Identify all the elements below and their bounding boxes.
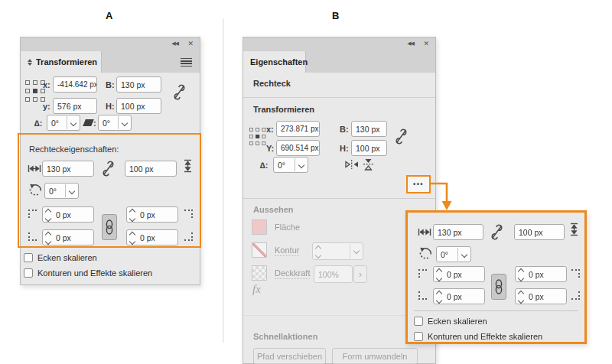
corner-br-stepper[interactable]: 0 px (515, 288, 567, 304)
flip-horizontal-icon[interactable] (343, 159, 360, 170)
stroke-weight-stepper[interactable] (312, 242, 363, 260)
unlink-size-icon[interactable] (490, 224, 503, 240)
reference-point-icon[interactable] (249, 128, 265, 145)
panel-b-titlebar: ◀◀ ✕ (243, 37, 435, 51)
link-corners-button[interactable] (491, 274, 506, 300)
scale-strokes-effects-label: Konturen und Effekte skalieren (428, 332, 542, 341)
rect-properties-title: Rechteckeigenschaften: (29, 145, 119, 154)
stepper-arrows-icon[interactable] (46, 232, 50, 244)
stepper-arrows-icon[interactable] (437, 269, 441, 281)
unlink-proportions-icon[interactable] (395, 128, 408, 145)
transform-panel: ◀◀ ✕ Transformieren x: -414.642 px B: 13… (20, 37, 200, 285)
corner-tr-stepper[interactable]: 0 px (126, 206, 178, 223)
rotate-ccw-icon (418, 245, 434, 262)
corner-bl-stepper[interactable]: 0 px (42, 229, 94, 245)
rect-properties-flyout: 130 px 100 px 0° 0 px (405, 210, 587, 344)
width-label: B: (106, 80, 115, 89)
stepper-arrows-icon[interactable] (519, 269, 523, 281)
stroke-color-swatch[interactable] (252, 242, 267, 258)
unlink-proportions-icon[interactable] (173, 84, 186, 100)
quick-actions-title: Schnellaktionen (253, 332, 317, 341)
rotate-select[interactable]: 0° (47, 115, 80, 131)
width-input[interactable]: 130 px (351, 121, 387, 137)
height-input[interactable]: 100 px (351, 140, 387, 156)
corner-top-right-icon (571, 269, 580, 278)
stepper-arrows-icon[interactable] (130, 210, 135, 221)
x-label: x: (266, 125, 274, 134)
corner-tr-stepper[interactable]: 0 px (515, 266, 567, 282)
corner-tl-stepper[interactable]: 0 px (42, 206, 94, 223)
width-input[interactable]: 130 px (116, 76, 161, 93)
x-input[interactable]: -414.642 px (53, 76, 97, 93)
scale-corners-checkbox[interactable] (414, 317, 423, 326)
scale-strokes-effects-checkbox[interactable] (414, 332, 423, 341)
fx-effects-button[interactable]: fx (252, 283, 261, 296)
flyout-divider (414, 310, 578, 311)
opacity-label[interactable]: Deckkraft (275, 268, 310, 279)
scale-strokes-effects-label: Konturen und Effekte skalieren (37, 268, 152, 278)
stepper-arrows-icon[interactable] (130, 232, 135, 244)
panel-menu-icon[interactable] (181, 58, 192, 67)
close-panel-icon[interactable]: ✕ (187, 40, 194, 47)
stepper-arrows-icon[interactable] (437, 291, 441, 303)
stroke-label[interactable]: Kontur (275, 245, 299, 256)
collapse-panel-icon[interactable]: ◀◀ (407, 41, 414, 47)
corner-top-left-icon (418, 269, 427, 278)
rotate-angle-icon: ∆: (34, 119, 42, 128)
tab-transformieren[interactable]: Transformieren (21, 51, 102, 73)
callout-arrow (425, 176, 457, 213)
rect-height-input[interactable]: 100 px (514, 224, 565, 240)
opacity-expand-button[interactable]: › (353, 265, 367, 283)
rect-width-input[interactable]: 130 px (42, 161, 94, 177)
fill-label[interactable]: Fläche (275, 223, 300, 232)
corner-br-value: 0 px (529, 292, 544, 301)
corner-top-right-icon (184, 210, 193, 218)
unlink-size-icon[interactable] (102, 161, 115, 177)
x-input[interactable]: 273.871 px (276, 121, 320, 137)
rect-width-input[interactable]: 130 px (433, 224, 483, 240)
figure: A B ◀◀ ✕ Transformieren x: -414.642 px B… (0, 0, 612, 364)
scale-corners-label: Ecken skalieren (37, 253, 97, 262)
rect-rotate-select[interactable]: 0° (436, 246, 471, 262)
tab-eigenschaften[interactable]: Eigenschaften (243, 51, 306, 73)
height-arrows-icon (184, 159, 192, 173)
corner-bl-stepper[interactable]: 0 px (433, 288, 485, 304)
corner-tl-stepper[interactable]: 0 px (433, 266, 485, 282)
corner-tr-value: 0 px (529, 270, 544, 279)
close-panel-icon[interactable]: ✕ (423, 40, 429, 47)
corner-bottom-left-icon (418, 291, 427, 300)
link-corners-button[interactable] (102, 214, 117, 240)
corner-br-stepper[interactable]: 0 px (126, 229, 178, 245)
collapse-panel-icon[interactable]: ◀◀ (171, 41, 178, 47)
fill-color-swatch[interactable] (252, 219, 267, 235)
width-label: B: (340, 125, 349, 134)
y-label: Y: (266, 144, 274, 153)
width-arrows-icon (28, 164, 41, 173)
convert-shape-button[interactable]: Form umwandeln (332, 348, 418, 364)
rotate-select[interactable]: 0° (273, 157, 308, 173)
offset-path-button[interactable]: Pfad verschieben (253, 348, 326, 364)
x-label: x: (43, 80, 50, 89)
scale-strokes-effects-checkbox[interactable] (24, 268, 33, 278)
flip-vertical-icon[interactable] (363, 158, 374, 171)
stepper-arrows-icon[interactable] (46, 210, 50, 221)
height-input[interactable]: 100 px (116, 98, 161, 114)
scale-corners-label: Ecken skalieren (428, 317, 487, 326)
corner-bottom-left-icon (28, 232, 37, 241)
corner-tr-value: 0 px (140, 210, 155, 219)
shear-select[interactable]: 0° (98, 115, 132, 131)
corner-bl-value: 0 px (56, 233, 71, 242)
y-input[interactable]: 690.514 px (276, 140, 320, 156)
rect-height-input[interactable]: 100 px (125, 161, 177, 177)
transform-section-title: Transformieren (253, 105, 314, 114)
y-input[interactable]: 576 px (53, 98, 97, 114)
stepper-arrows-icon[interactable] (316, 246, 321, 258)
figure-label-b: B (332, 10, 339, 21)
rect-rotate-select[interactable]: 0° (44, 183, 79, 199)
tab-label: Eigenschaften (250, 57, 308, 67)
opacity-input[interactable]: 100% (314, 265, 353, 283)
stepper-arrows-icon[interactable] (519, 291, 523, 303)
opacity-swatch-icon[interactable] (252, 265, 267, 281)
height-label: H: (106, 102, 115, 111)
scale-corners-checkbox[interactable] (24, 253, 33, 262)
